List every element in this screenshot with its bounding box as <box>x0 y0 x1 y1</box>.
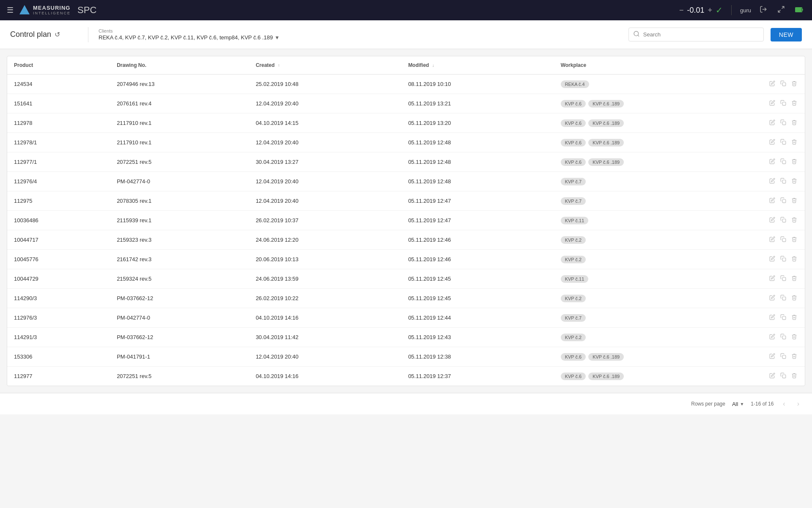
table-row: 1129752078305 rev.112.04.2019 20:4005.11… <box>7 191 805 211</box>
copy-icon[interactable] <box>779 372 787 381</box>
control-plan-table: Product Drawing No. Created ↑ Modified ↓… <box>7 56 805 386</box>
search-input[interactable] <box>643 31 759 38</box>
delete-icon[interactable] <box>790 333 798 342</box>
svg-rect-23 <box>782 355 786 359</box>
clients-dropdown[interactable]: REKA č.4, KVP č.7, KVP č.2, KVP č.11, KV… <box>99 34 622 41</box>
cell-created: 20.06.2019 10:13 <box>249 250 402 269</box>
copy-icon[interactable] <box>779 216 787 225</box>
delete-icon[interactable] <box>790 313 798 322</box>
copy-icon[interactable] <box>779 119 787 127</box>
edit-icon[interactable] <box>768 138 776 147</box>
edit-icon[interactable] <box>768 274 776 283</box>
cell-product: 153306 <box>7 347 110 367</box>
cell-created: 12.04.2019 20:40 <box>249 191 402 211</box>
delete-icon[interactable] <box>790 80 798 88</box>
table-row: 153306PM-041791-112.04.2019 20:4005.11.2… <box>7 347 805 367</box>
delete-icon[interactable] <box>790 352 798 361</box>
next-page-button[interactable]: › <box>795 398 802 409</box>
edit-icon[interactable] <box>768 313 776 322</box>
workplace-badge: KVP č.6 <box>561 139 586 146</box>
copy-icon[interactable] <box>779 196 787 205</box>
delete-icon[interactable] <box>790 138 798 147</box>
edit-icon[interactable] <box>768 294 776 303</box>
edit-icon[interactable] <box>768 216 776 225</box>
copy-icon[interactable] <box>779 99 787 108</box>
cell-modified: 05.11.2019 12:47 <box>401 191 554 211</box>
cell-product: 112978/1 <box>7 133 110 152</box>
copy-icon[interactable] <box>779 274 787 283</box>
cell-workplace: KVP č.6KVP č.6 .189 <box>554 133 762 152</box>
delete-icon[interactable] <box>790 372 798 381</box>
cell-product: 112975 <box>7 191 110 211</box>
edit-icon[interactable] <box>768 177 776 186</box>
refresh-button[interactable]: ↺ <box>55 30 60 39</box>
edit-icon[interactable] <box>768 157 776 166</box>
delete-icon[interactable] <box>790 274 798 283</box>
cell-actions <box>762 367 805 386</box>
expand-icon[interactable] <box>776 4 787 17</box>
workplace-badge: KVP č.6 .189 <box>588 353 624 361</box>
edit-icon[interactable] <box>768 372 776 381</box>
edit-icon[interactable] <box>768 255 776 264</box>
spc-label: SPC <box>77 5 96 16</box>
edit-icon[interactable] <box>768 99 776 108</box>
cell-modified: 05.11.2019 12:45 <box>401 269 554 289</box>
workplace-badge: KVP č.6 <box>561 158 586 166</box>
col-actions <box>762 56 805 75</box>
delete-icon[interactable] <box>790 255 798 264</box>
workplace-badge: KVP č.11 <box>561 275 589 283</box>
copy-icon[interactable] <box>779 235 787 244</box>
delete-icon[interactable] <box>790 216 798 225</box>
edit-icon[interactable] <box>768 352 776 361</box>
cell-workplace: KVP č.6KVP č.6 .189 <box>554 113 762 133</box>
edit-icon[interactable] <box>768 119 776 127</box>
cell-workplace: REKA č.4 <box>554 75 762 94</box>
svg-line-3 <box>778 10 780 12</box>
cell-actions <box>762 347 805 367</box>
copy-icon[interactable] <box>779 80 787 88</box>
score-plus-btn[interactable]: + <box>708 6 712 15</box>
copy-icon[interactable] <box>779 333 787 342</box>
edit-icon[interactable] <box>768 235 776 244</box>
clients-area: Clients REKA č.4, KVP č.7, KVP č.2, KVP … <box>99 28 622 41</box>
copy-icon[interactable] <box>779 255 787 264</box>
score-minus-btn[interactable]: − <box>679 6 684 15</box>
cell-created: 24.06.2019 13:59 <box>249 269 402 289</box>
col-drawing: Drawing No. <box>110 56 249 75</box>
delete-icon[interactable] <box>790 99 798 108</box>
copy-icon[interactable] <box>779 352 787 361</box>
cell-actions <box>762 75 805 94</box>
menu-button[interactable]: ☰ <box>7 6 14 15</box>
delete-icon[interactable] <box>790 235 798 244</box>
cell-workplace: KVP č.7 <box>554 308 762 328</box>
edit-icon[interactable] <box>768 196 776 205</box>
copy-icon[interactable] <box>779 294 787 303</box>
copy-icon[interactable] <box>779 177 787 186</box>
new-button[interactable]: NEW <box>771 28 802 41</box>
copy-icon[interactable] <box>779 157 787 166</box>
col-modified[interactable]: Modified ↓ <box>401 56 554 75</box>
topbar-divider-1 <box>731 5 732 15</box>
cell-actions <box>762 308 805 328</box>
score-check-icon[interactable]: ✓ <box>716 5 723 15</box>
delete-icon[interactable] <box>790 157 798 166</box>
delete-icon[interactable] <box>790 294 798 303</box>
prev-page-button[interactable]: ‹ <box>780 398 787 409</box>
delete-icon[interactable] <box>790 177 798 186</box>
logout-icon[interactable] <box>758 4 769 17</box>
delete-icon[interactable] <box>790 196 798 205</box>
col-created[interactable]: Created ↑ <box>249 56 402 75</box>
delete-icon[interactable] <box>790 119 798 127</box>
rows-per-page-value: All <box>732 401 738 407</box>
cell-created: 12.04.2019 20:40 <box>249 347 402 367</box>
edit-icon[interactable] <box>768 333 776 342</box>
copy-icon[interactable] <box>779 313 787 322</box>
cell-actions <box>762 133 805 152</box>
cell-product: 112976/4 <box>7 172 110 191</box>
battery-icon <box>793 5 805 16</box>
table-row: 100447292159324 rev.524.06.2019 13:5905.… <box>7 269 805 289</box>
copy-icon[interactable] <box>779 138 787 147</box>
cell-modified: 05.11.2019 12:45 <box>401 289 554 308</box>
edit-icon[interactable] <box>768 80 776 88</box>
rows-per-page-select[interactable]: All ▼ <box>732 401 744 407</box>
